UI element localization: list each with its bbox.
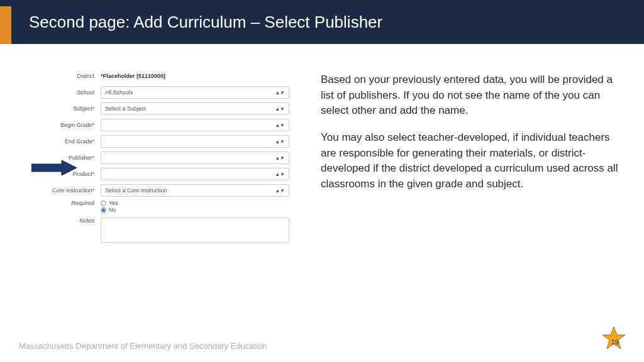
radio-no[interactable]: No (101, 207, 118, 213)
form-row-core: Core Instruction* Select a Core Instruct… (38, 184, 289, 197)
slide-content: District *Placeholder (51110000) School … (0, 44, 644, 245)
subject-value: Select a Subject (105, 106, 146, 112)
radio-yes-label: Yes (109, 200, 118, 206)
form-row-district: District *Placeholder (51110000) (38, 69, 289, 83)
required-label: Required (38, 200, 101, 206)
chevron-updown-icon: ▲▼ (275, 139, 285, 145)
core-label: Core Instruction* (38, 187, 101, 194)
chevron-updown-icon: ▲▼ (275, 123, 285, 128)
chevron-updown-icon: ▲▼ (275, 172, 285, 177)
product-select[interactable]: ▲▼ (101, 168, 289, 180)
form-row-required: Required Yes No (38, 200, 289, 214)
begin-grade-select[interactable]: ▲▼ (101, 119, 289, 131)
form-row-school: School All Schools ▲▼ (38, 85, 289, 99)
chevron-updown-icon: ▲▼ (275, 188, 285, 194)
radio-icon (101, 200, 106, 206)
header-accent-bar (0, 6, 11, 44)
district-value: *Placeholder (51110000) (101, 73, 165, 79)
district-label: District (38, 73, 101, 79)
core-select[interactable]: Select a Core Instruction ▲▼ (101, 184, 289, 197)
required-radio-group: Yes No (101, 200, 118, 213)
subject-label: Subject* (38, 106, 101, 112)
footer-text: Massachusetts Department of Elementary a… (19, 341, 267, 351)
notes-textarea[interactable] (101, 217, 289, 243)
end-grade-select[interactable]: ▲▼ (101, 135, 289, 148)
radio-yes[interactable]: Yes (101, 200, 118, 206)
form-row-notes: Notes (38, 217, 289, 243)
form-row-subject: Subject* Select a Subject ▲▼ (38, 102, 289, 116)
chevron-updown-icon: ▲▼ (275, 90, 285, 96)
svg-marker-0 (31, 160, 77, 175)
school-select[interactable]: All Schools ▲▼ (101, 86, 289, 99)
slide-title: Second page: Add Curriculum – Select Pub… (29, 13, 382, 32)
form-row-begin-grade: Begin Grade* ▲▼ (38, 118, 289, 132)
end-grade-label: End Grade* (38, 138, 101, 145)
subject-select[interactable]: Select a Subject ▲▼ (101, 102, 289, 115)
chevron-updown-icon: ▲▼ (275, 155, 285, 161)
publisher-select[interactable]: ▲▼ (101, 151, 289, 164)
radio-no-label: No (109, 207, 116, 213)
core-value: Select a Core Instruction (105, 187, 167, 194)
description-p2: You may also select teacher-developed, i… (321, 130, 619, 192)
form-row-end-grade: End Grade* ▲▼ (38, 134, 289, 148)
arrow-pointer-icon (31, 160, 77, 178)
begin-grade-label: Begin Grade* (38, 122, 101, 128)
page-number: 19 (611, 338, 619, 346)
school-value: All Schools (105, 89, 133, 96)
slide-header: Second page: Add Curriculum – Select Pub… (0, 0, 644, 44)
description-text: Based on your previously entered data, y… (321, 69, 619, 245)
school-label: School (38, 89, 101, 96)
form-screenshot: District *Placeholder (51110000) School … (38, 69, 289, 245)
chevron-updown-icon: ▲▼ (275, 106, 285, 112)
radio-icon (101, 207, 106, 213)
description-p1: Based on your previously entered data, y… (321, 72, 619, 119)
notes-label: Notes (38, 217, 101, 224)
